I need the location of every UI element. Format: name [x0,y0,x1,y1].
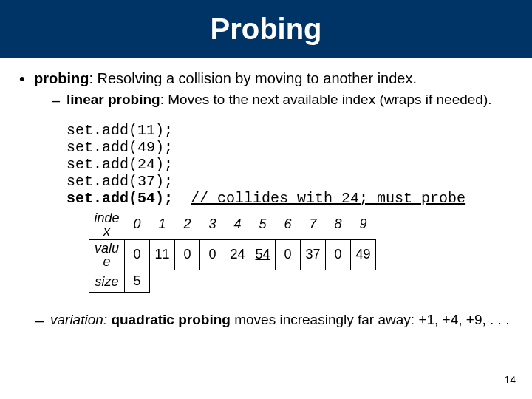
idx-0: 0 [125,210,150,240]
bullet-linear: linear probing: Moves to the next availa… [34,92,514,109]
slide-body: probing: Resolving a collision by moving… [0,58,532,329]
val-2: 0 [175,239,200,270]
idx-3: 3 [200,210,225,240]
hash-table: inde x 0 1 2 3 4 5 6 7 8 9 valu e 0 11 0 [89,210,514,293]
val-8: 0 [326,239,351,270]
idx-5: 5 [250,210,276,240]
slide-title: Probing [210,13,321,46]
code-l3: set.add(24); [66,156,173,173]
variation-rest: moves increasingly far away: +1, +4, +9,… [231,312,510,327]
idx-7: 7 [301,210,326,240]
value-label: valu e [89,239,125,270]
idx-2: 2 [175,210,200,240]
val-3: 0 [200,239,225,270]
bullet-probing-rest: : Resolving a collision by moving to ano… [89,70,417,86]
size-val: 5 [125,270,150,293]
idx-1: 1 [150,210,175,240]
bullet-variation: variation: quadratic probing moves incre… [18,312,514,329]
code-block: set.add(11); set.add(49); set.add(24); s… [66,122,514,207]
page-number: 14 [504,374,516,386]
val-7: 37 [301,239,326,270]
val-4: 24 [225,239,250,270]
bullet-linear-term: linear probing [66,92,160,107]
code-l2: set.add(49); [66,139,173,156]
idx-8: 8 [326,210,351,240]
idx-6: 6 [276,210,301,240]
table-index-row: inde x 0 1 2 3 4 5 6 7 8 9 [89,210,376,240]
idx-4: 4 [225,210,250,240]
bullet-probing: probing: Resolving a collision by moving… [18,69,514,109]
val-1: 11 [150,239,175,270]
code-l1: set.add(11); [66,122,173,139]
index-label: inde x [89,210,125,240]
variation-bold: quadratic probing [111,312,231,327]
table-value-row: valu e 0 11 0 0 24 54 0 37 0 49 [89,239,376,270]
val-5: 54 [250,239,276,270]
val-6: 0 [276,239,301,270]
bullet-linear-rest: : Moves to the next available index (wra… [160,92,492,107]
size-label: size [89,270,125,293]
code-l5-comment: // collides with 24; must probe [191,190,466,207]
code-l4: set.add(37); [66,173,173,190]
title-bar: Probing [0,0,532,58]
table-size-row: size 5 [89,270,376,293]
bullet-probing-term: probing [34,70,89,86]
idx-9: 9 [351,210,376,240]
code-l5-bold: set.add(54); [66,190,173,207]
val-0: 0 [125,239,150,270]
variation-em: variation: [50,312,107,327]
val-9: 49 [351,239,376,270]
